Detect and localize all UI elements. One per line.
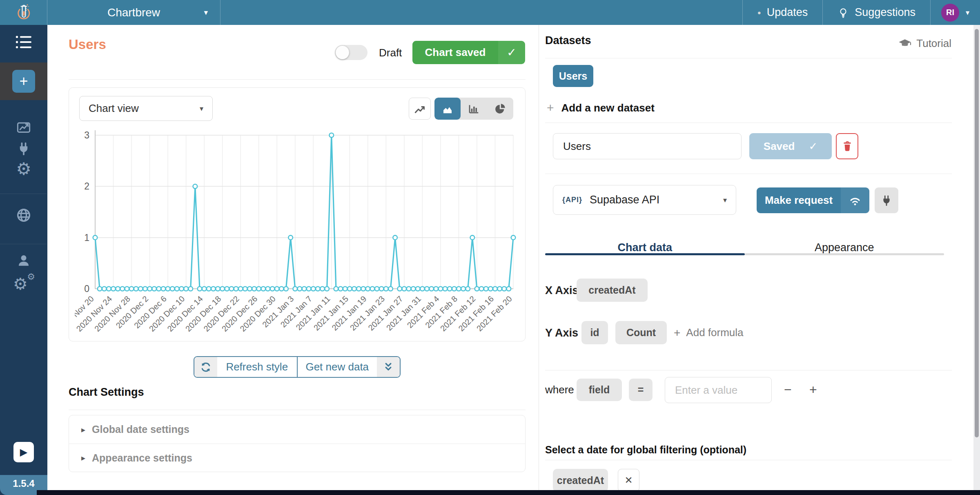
- avatar-initials: RI: [946, 8, 954, 17]
- user-menu[interactable]: RI ▾: [930, 0, 980, 25]
- chart-saved-button[interactable]: Chart saved ✓: [412, 41, 525, 64]
- sidebar-item-public-dashboard[interactable]: [0, 208, 47, 223]
- global-date-settings-accordion[interactable]: ▸ Global date settings: [69, 415, 525, 444]
- page-title: Users: [69, 37, 106, 52]
- check-icon: ✓: [808, 140, 817, 153]
- add-chart-button[interactable]: +: [12, 70, 35, 93]
- divider: [545, 58, 952, 58]
- plus-icon: +: [674, 326, 680, 339]
- area-chart-type-button[interactable]: [434, 98, 461, 120]
- suggestions-label: Suggestions: [855, 6, 915, 19]
- check-icon: ✓: [498, 41, 525, 64]
- pie-chart-type-button[interactable]: [487, 98, 513, 120]
- divider: [0, 194, 47, 194]
- where-field-chip[interactable]: field: [577, 379, 622, 401]
- project-switcher-dropdown[interactable]: Chartbrew ▾: [47, 0, 220, 25]
- tutorial-label: Tutorial: [916, 37, 951, 50]
- scrollbar-thumb[interactable]: [975, 29, 979, 437]
- plus-icon: +: [19, 73, 28, 90]
- appearance-settings-accordion[interactable]: ▸ Appearance settings: [69, 444, 525, 472]
- refresh-icon: [200, 361, 212, 373]
- tutorial-link[interactable]: Tutorial: [898, 37, 951, 50]
- divider: [0, 244, 47, 244]
- list-icon: [15, 34, 32, 50]
- datasets-title: Datasets: [545, 34, 591, 47]
- bar-chart-icon: [468, 103, 480, 115]
- dataset-name-input[interactable]: [553, 133, 742, 159]
- chart-settings-title: Chart Settings: [69, 386, 144, 399]
- connection-dropdown[interactable]: {API} Supabase API ▾: [553, 185, 736, 215]
- chartbrew-testtube-icon: [14, 3, 33, 22]
- svg-text:2: 2: [84, 181, 89, 192]
- sidebar-item-projects[interactable]: [0, 34, 47, 50]
- where-value-input[interactable]: [665, 377, 772, 403]
- chart-saved-label: Chart saved: [412, 41, 498, 64]
- plug-icon: [881, 195, 892, 206]
- plug-icon: [17, 142, 31, 156]
- chart-view-dropdown[interactable]: Chart view ▾: [79, 96, 213, 121]
- app-logo[interactable]: [0, 0, 47, 25]
- divider: [69, 410, 526, 410]
- page-scrollbar: [973, 25, 980, 495]
- add-condition-button[interactable]: +: [809, 379, 817, 401]
- line-chart-icon: [414, 103, 426, 115]
- main-content: Users Draft Chart saved ✓ Chart view ▾: [47, 25, 539, 490]
- draft-toggle[interactable]: [335, 45, 368, 60]
- sidebar-item-team-settings[interactable]: ⚙ ⚙: [0, 275, 47, 294]
- refresh-style-button[interactable]: Refresh style: [217, 357, 297, 377]
- sidebar-item-settings[interactable]: ⚙: [0, 161, 47, 178]
- get-new-data-button[interactable]: Get new data: [297, 357, 377, 377]
- where-operator-chip[interactable]: =: [629, 379, 653, 401]
- draft-label: Draft: [379, 47, 402, 59]
- sidebar-item-team[interactable]: [0, 254, 47, 268]
- sidebar: + ⚙: [0, 25, 47, 495]
- dataset-panel: Datasets Tutorial Users + Add a new data…: [539, 25, 973, 490]
- gears-icon: ⚙ ⚙: [12, 275, 35, 294]
- area-chart-icon: [441, 103, 454, 115]
- wifi-icon: [841, 187, 869, 213]
- sidebar-item-connections[interactable]: [0, 142, 47, 156]
- line-chart-type-button[interactable]: [409, 98, 431, 120]
- x-axis-field-chip[interactable]: createdAt: [577, 279, 648, 302]
- active-tab-underline: [545, 253, 745, 255]
- pie-chart-icon: [494, 103, 506, 115]
- bar-chart-type-button[interactable]: [461, 98, 487, 120]
- caret-right-icon: ▸: [81, 425, 85, 435]
- svg-text:1: 1: [84, 232, 89, 243]
- y-axis-operation-chip[interactable]: Count: [615, 321, 667, 344]
- delete-dataset-button[interactable]: [836, 133, 858, 159]
- desktop-bottom-edge: [37, 490, 980, 495]
- double-chevron-down-icon: [383, 361, 394, 373]
- add-formula-button[interactable]: + Add formula: [674, 321, 744, 344]
- y-axis-field-chip[interactable]: id: [581, 321, 608, 344]
- get-data-options-button[interactable]: [377, 357, 400, 377]
- suggestions-button[interactable]: Suggestions: [822, 0, 930, 25]
- updates-button[interactable]: ● Updates: [742, 0, 823, 25]
- graduation-cap-icon: [898, 38, 911, 49]
- add-dataset-button[interactable]: + Add a new dataset: [547, 101, 655, 115]
- toggle-knob: [336, 46, 349, 59]
- sidebar-item-charts[interactable]: [0, 120, 47, 134]
- make-request-button[interactable]: Make request: [757, 187, 869, 213]
- dataset-saved-button[interactable]: Saved ✓: [749, 133, 832, 159]
- divider: [545, 460, 952, 460]
- date-filter-field-chip[interactable]: createdAt: [553, 469, 608, 492]
- minus-icon: −: [784, 382, 792, 397]
- refresh-style-icon-button[interactable]: [194, 357, 217, 377]
- line-chart-icon: [16, 120, 31, 134]
- api-badge: {API}: [562, 196, 582, 204]
- avatar: RI: [941, 4, 959, 22]
- trash-icon: [842, 140, 853, 152]
- divider: [545, 174, 952, 174]
- remove-condition-button[interactable]: −: [784, 379, 792, 401]
- inactive-tab-underline: [745, 253, 944, 255]
- connection-settings-button[interactable]: [875, 187, 898, 213]
- user-icon: [17, 254, 31, 268]
- chevron-down-icon: ▾: [723, 196, 727, 205]
- expand-sidebar-button[interactable]: ▶: [13, 442, 34, 462]
- chevron-down-icon: ▾: [966, 8, 969, 17]
- clear-date-filter-button[interactable]: ✕: [618, 469, 639, 492]
- chart-card: Chart view ▾: [69, 87, 526, 341]
- dataset-tab-users[interactable]: Users: [553, 65, 593, 87]
- updates-label: Updates: [767, 6, 808, 19]
